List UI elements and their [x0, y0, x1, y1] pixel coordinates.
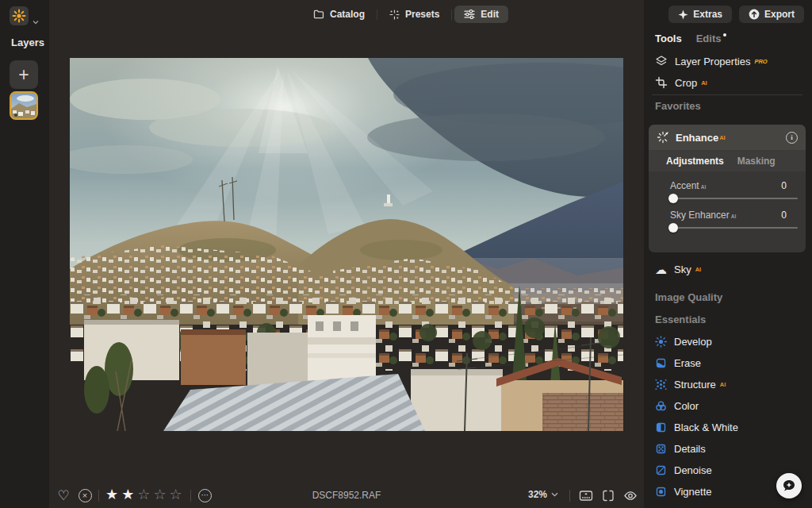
tab-label: Presets [405, 9, 439, 20]
chevron-down-icon [33, 20, 39, 25]
compare-before-after-button[interactable] [599, 487, 617, 504]
tab-edits[interactable]: Edits [696, 33, 726, 44]
tab-adjustments[interactable]: Adjustments [666, 156, 724, 167]
add-layer-button[interactable]: + [10, 60, 38, 89]
enhance-title: Enhance [676, 132, 718, 144]
enhance-header[interactable]: Enhance AI i [649, 125, 806, 150]
ai-badge: AI [720, 381, 726, 388]
tab-edit[interactable]: Edit [454, 6, 508, 23]
details-grid-icon [655, 443, 667, 455]
enhance-body: Accent AI 0 Sky Enhancer AI 0 [649, 171, 806, 229]
tab-catalog[interactable]: Catalog [304, 6, 374, 23]
presets-sparkle-icon [389, 10, 400, 20]
structure-label: Structure [674, 379, 716, 391]
tab-masking[interactable]: Masking [737, 156, 776, 167]
eye-icon [623, 489, 638, 502]
folder-icon [313, 10, 324, 19]
tool-item-black-white[interactable]: Black & White [655, 421, 738, 433]
extras-button[interactable]: Extras [668, 6, 732, 23]
export-up-arrow-icon [749, 9, 760, 20]
info-glyph: i [791, 133, 793, 141]
details-label: Details [674, 443, 706, 455]
tool-item-sky[interactable]: ☁ Sky AI [655, 263, 701, 275]
luminar-sun-icon [11, 8, 27, 24]
crop-label: Crop [675, 77, 697, 89]
tool-item-erase[interactable]: Erase [655, 356, 701, 369]
sky-enhancer-label: Sky Enhancer [670, 210, 730, 221]
vignette-icon [655, 486, 667, 498]
favorites-header: Favorites [655, 100, 701, 112]
tab-tools[interactable]: Tools [655, 33, 682, 44]
layer-properties-label: Layer Properties [675, 56, 750, 67]
develop-label: Develop [674, 336, 712, 348]
tool-item-vignette[interactable]: Vignette [655, 485, 711, 498]
plus-icon: + [18, 66, 29, 84]
tool-item-develop[interactable]: Develop [655, 335, 712, 348]
info-icon[interactable]: i [786, 132, 798, 144]
nav-divider [451, 10, 452, 20]
accent-slider: Accent AI 0 [670, 180, 798, 199]
sky-enhancer-slider-track[interactable] [670, 227, 798, 229]
sky-enhancer-slider-handle[interactable] [668, 223, 678, 233]
enhance-panel: Enhance AI i Adjustments Masking Accent … [649, 125, 806, 252]
enhance-ai-icon [657, 131, 669, 144]
tool-item-color[interactable]: Color [655, 399, 699, 412]
layer-thumbnail-selected[interactable] [10, 91, 38, 120]
sky-enhancer-value: 0 [781, 210, 798, 221]
right-panel-divider [652, 94, 802, 95]
structure-dots-icon [655, 379, 667, 391]
accent-value: 0 [781, 180, 798, 191]
chevron-down-icon [551, 492, 558, 497]
erase-icon [655, 357, 667, 369]
ai-badge: AI [719, 134, 726, 141]
sky-enhancer-slider: Sky Enhancer AI 0 [670, 210, 798, 229]
tab-edits-label: Edits [696, 33, 722, 44]
edits-unsaved-dot [723, 33, 726, 37]
vignette-label: Vignette [674, 486, 711, 498]
layer-thumbnail-image [11, 93, 36, 118]
denoise-icon [655, 464, 667, 476]
crop-icon [655, 76, 668, 89]
enhance-tabs: Adjustments Masking [649, 150, 806, 171]
layers-icon [655, 55, 668, 67]
crop-item[interactable]: Crop AI [655, 76, 707, 89]
top-actions: Extras Export [668, 6, 804, 23]
photo-cityscape [70, 58, 623, 431]
zoom-level-value: 32% [528, 489, 547, 500]
heart-icon: ♡ [57, 487, 69, 504]
accent-slider-handle[interactable] [668, 194, 678, 203]
accent-label: Accent [670, 180, 699, 191]
color-label: Color [674, 400, 699, 412]
luminosity-panel-button[interactable] [577, 487, 595, 504]
ai-badge: AI [701, 184, 707, 190]
black-white-icon [655, 421, 667, 433]
photo-canvas[interactable] [70, 58, 623, 431]
right-panel-tabs: Tools Edits [655, 33, 726, 44]
black-white-label: Black & White [674, 421, 738, 433]
app-logo-button[interactable] [10, 6, 29, 25]
tool-item-denoise[interactable]: Denoise [655, 464, 712, 476]
denoise-label: Denoise [674, 464, 712, 476]
tool-item-details[interactable]: Details [655, 442, 706, 455]
cloud-icon: ☁ [655, 264, 667, 275]
tab-presets[interactable]: Presets [380, 6, 449, 23]
tool-item-structure[interactable]: Structure AI [655, 378, 726, 391]
erase-label: Erase [674, 357, 701, 369]
compare-icon [601, 489, 615, 502]
export-button[interactable]: Export [739, 6, 804, 23]
export-label: Export [764, 9, 795, 20]
feedback-fab-button[interactable] [776, 473, 802, 498]
chat-sparkle-icon [782, 479, 796, 493]
image-quality-header: Image Quality [655, 291, 722, 303]
extras-label: Extras [693, 9, 722, 20]
zoom-level-control[interactable]: 32% [528, 486, 558, 503]
four-point-star-icon [678, 10, 688, 20]
preview-eye-button[interactable] [622, 487, 639, 504]
layer-properties-item[interactable]: Layer Properties PRO [655, 55, 768, 67]
color-circles-icon [655, 400, 667, 412]
sky-label: Sky [674, 264, 691, 275]
develop-sun-icon [655, 336, 667, 348]
logo-menu-chevron[interactable] [33, 13, 39, 28]
ai-badge: AI [731, 214, 737, 219]
accent-slider-track[interactable] [670, 198, 798, 199]
